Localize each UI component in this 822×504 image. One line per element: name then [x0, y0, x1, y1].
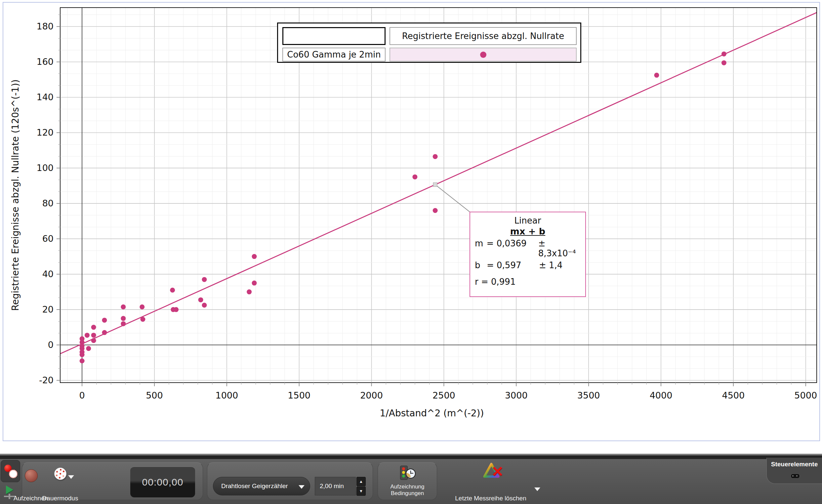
svg-text:-20: -20: [39, 375, 54, 385]
fit-title: Linear: [470, 215, 585, 225]
controls-tab-label: Steuerelemente: [767, 461, 822, 468]
delete-x-icon: ✕: [491, 463, 504, 480]
svg-text:4500: 4500: [722, 390, 745, 401]
svg-text:80: 80: [42, 198, 54, 208]
clock-hand: [410, 473, 413, 474]
clock-icon: [406, 469, 416, 479]
controls-tab[interactable]: Steuerelemente: [766, 458, 822, 484]
svg-text:0: 0: [48, 340, 54, 350]
svg-text:20: 20: [42, 304, 54, 315]
fit-m-value: = 0,0369: [487, 238, 538, 258]
conditions-label-line1: Aufzeichnung: [378, 484, 437, 490]
svg-text:500: 500: [146, 390, 163, 401]
sensor-dropdown-caret-icon: [299, 485, 305, 489]
dotted-circle-icon: [9, 470, 18, 478]
fit-b-label: b: [475, 260, 487, 270]
add-slider-knob-icon: [9, 494, 10, 499]
svg-text:3000: 3000: [505, 390, 528, 401]
app-window: -200204060801001201401601800500100015002…: [0, 0, 822, 504]
delete-run-label: Letzte Messreihe löschen: [451, 495, 530, 502]
svg-text:160: 160: [36, 57, 54, 67]
svg-text:180: 180: [36, 21, 54, 31]
dotted-sample-icon: [59, 473, 61, 475]
duration-spinner-down[interactable]: ▼: [356, 486, 366, 496]
collect-mini-panel[interactable]: [1, 460, 20, 482]
fit-b-row: b = 0,597 ± 1,4: [470, 260, 585, 270]
bottom-toolbar: Aufzeichnen Dauermodus 00:00,00 Drahtlos…: [0, 454, 822, 504]
svg-text:2000: 2000: [360, 390, 383, 401]
spinner-up-icon: ▲: [359, 479, 363, 484]
svg-text:1000: 1000: [215, 390, 238, 401]
timer-display: 00:00,00: [130, 466, 195, 497]
sensor-dropdown-value: Drahtloser Geigerzähler: [221, 483, 288, 490]
svg-text:3500: 3500: [577, 390, 600, 401]
svg-text:60: 60: [42, 233, 54, 244]
traffic-red-icon: [402, 467, 405, 470]
fit-r-value: r = 0,991: [470, 277, 585, 287]
controls-handle-icon: [791, 474, 800, 479]
legend-row-label[interactable]: Co60 Gamma je 2min: [282, 48, 386, 61]
conditions-label-line2: Bedingungen: [378, 490, 437, 497]
fit-b-error: ± 1,4: [539, 260, 562, 270]
record-button[interactable]: [25, 469, 38, 482]
svg-text:40: 40: [42, 269, 54, 279]
pink-dot-icon: [480, 52, 486, 58]
legend-marker-cell[interactable]: [390, 48, 577, 61]
duration-value: 2,00 min: [320, 483, 344, 490]
toolbar-top-groove: [0, 455, 822, 459]
svg-text:1500: 1500: [288, 390, 311, 401]
chart-legend[interactable]: Registrierte Ereignisse abzgl. Nullrate …: [277, 22, 581, 63]
linear-fit-box[interactable]: Linear mx + b m = 0,0369 ± 8,3x10⁻⁴ b = …: [469, 212, 586, 297]
continuous-mode-label: Dauermodus: [40, 495, 80, 502]
duration-input[interactable]: 2,00 min: [315, 477, 356, 495]
svg-text:4000: 4000: [650, 390, 673, 401]
traffic-yellow-icon: [402, 471, 405, 474]
svg-text:1/Abstand^2 (m^(-2)): 1/Abstand^2 (m^(-2)): [380, 408, 484, 419]
chart-plot-area[interactable]: -200204060801001201401601800500100015002…: [0, 0, 822, 445]
sensor-dropdown[interactable]: Drahtloser Geigerzähler: [213, 477, 310, 495]
legend-series-header[interactable]: Registrierte Ereignisse abzgl. Nullrate: [390, 27, 577, 45]
fit-m-label: m: [475, 238, 487, 258]
svg-text:5000: 5000: [794, 390, 817, 401]
duration-spinner-up[interactable]: ▲: [356, 477, 366, 486]
continuous-mode-icon[interactable]: [54, 468, 66, 480]
svg-text:0: 0: [79, 390, 85, 401]
fit-m-error: ± 8,3x10⁻⁴: [538, 238, 585, 258]
fit-formula: mx + b: [470, 226, 585, 236]
svg-text:100: 100: [36, 163, 54, 173]
continuous-mode-caret-icon[interactable]: [68, 475, 74, 479]
traffic-green-icon: [402, 475, 405, 478]
fit-m-row: m = 0,0369 ± 8,3x10⁻⁴: [470, 238, 585, 258]
legend-name-cell[interactable]: [282, 27, 386, 45]
svg-text:Registrierte Ereignisse abzgl.: Registrierte Ereignisse abzgl. Nullrate …: [10, 79, 21, 311]
svg-text:2500: 2500: [432, 390, 455, 401]
svg-text:120: 120: [36, 127, 54, 137]
spinner-down-icon: ▼: [359, 489, 363, 493]
green-play-icon[interactable]: [6, 485, 13, 494]
delete-run-caret-icon[interactable]: [534, 487, 540, 491]
svg-text:140: 140: [36, 92, 54, 102]
fit-b-value: = 0,597: [487, 260, 539, 270]
